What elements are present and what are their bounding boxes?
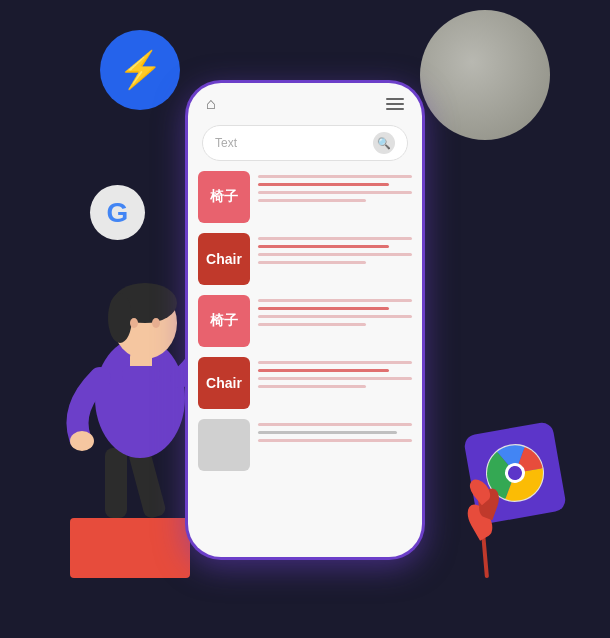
line [258, 385, 366, 388]
line [258, 245, 389, 248]
item-lines-5 [258, 419, 412, 442]
svg-point-11 [108, 293, 132, 343]
line [258, 199, 366, 202]
line [258, 253, 412, 256]
list-item[interactable]: Chair [198, 357, 412, 409]
item-badge-1: 椅子 [198, 171, 250, 223]
list-container: 椅子 Chair [188, 171, 422, 557]
line [258, 377, 412, 380]
menu-line-3 [386, 108, 404, 110]
line [258, 299, 412, 302]
line [258, 175, 412, 178]
svg-point-8 [70, 431, 94, 451]
item-lines-3 [258, 295, 412, 326]
line [258, 423, 412, 426]
line [258, 183, 389, 186]
list-item[interactable]: 椅子 [198, 171, 412, 223]
line [258, 307, 389, 310]
svg-point-12 [130, 318, 138, 328]
list-item[interactable]: 椅子 [198, 295, 412, 347]
list-item[interactable] [198, 419, 412, 471]
search-icon: 🔍 [373, 132, 395, 154]
svg-rect-4 [105, 448, 127, 518]
line [258, 439, 412, 442]
menu-line-2 [386, 103, 404, 105]
line [258, 369, 389, 372]
item-lines-2 [258, 233, 412, 264]
line [258, 237, 412, 240]
moon-decoration [420, 10, 550, 140]
phone-device: ⌂ Text 🔍 椅子 [185, 80, 425, 560]
item-badge-5 [198, 419, 250, 471]
scene: ⚡ G [0, 0, 610, 638]
line [258, 261, 366, 264]
line [258, 315, 412, 318]
item-lines-1 [258, 171, 412, 202]
home-icon: ⌂ [206, 95, 216, 113]
item-badge-4: Chair [198, 357, 250, 409]
line [258, 361, 412, 364]
svg-rect-15 [122, 366, 160, 382]
search-input[interactable]: Text [215, 136, 367, 150]
plant-decoration [470, 478, 500, 578]
phone-frame: ⌂ Text 🔍 椅子 [185, 80, 425, 560]
line [258, 191, 412, 194]
line [258, 323, 366, 326]
menu-line-1 [386, 98, 404, 100]
svg-point-13 [152, 318, 160, 328]
item-lines-4 [258, 357, 412, 388]
menu-icon [386, 98, 404, 110]
item-badge-2: Chair [198, 233, 250, 285]
list-item[interactable]: Chair [198, 233, 412, 285]
lightning-badge: ⚡ [100, 30, 180, 110]
search-bar[interactable]: Text 🔍 [202, 125, 408, 161]
item-badge-3: 椅子 [198, 295, 250, 347]
phone-screen: ⌂ Text 🔍 椅子 [188, 83, 422, 557]
status-bar: ⌂ [188, 83, 422, 121]
line [258, 431, 397, 434]
lightning-icon: ⚡ [118, 49, 163, 91]
